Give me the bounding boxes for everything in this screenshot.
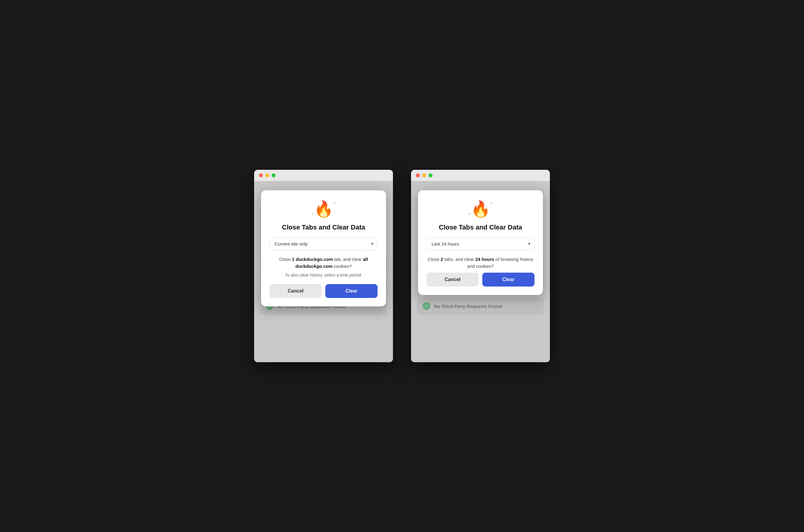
- browser-window-left: We didn't find any companies trying to l…: [254, 170, 393, 362]
- timeframe: 24 hours: [475, 256, 494, 262]
- modal-overlay-right: 🔥 + + Close Tabs and Clear Data Current …: [411, 181, 550, 362]
- clear-button-left[interactable]: Clear: [325, 284, 378, 298]
- modal-buttons-right: Cancel Clear: [426, 273, 534, 286]
- sparkle-icon: +: [469, 211, 471, 216]
- flame-icon: 🔥 + +: [314, 200, 333, 218]
- browser-window-right: We didn't find any companies trying to l…: [411, 170, 550, 362]
- modal-title-right: Close Tabs and Clear Data: [426, 223, 534, 232]
- browser-content-left: We didn't find any companies trying to l…: [254, 181, 393, 362]
- maximize-button-left[interactable]: [272, 173, 276, 177]
- flame-icon: 🔥 + +: [471, 200, 490, 218]
- time-period-select-right[interactable]: Current site only Last hour Last 24 hour…: [426, 238, 534, 250]
- maximize-button-right[interactable]: [428, 173, 433, 177]
- close-button-right[interactable]: [416, 173, 420, 177]
- cancel-button-left[interactable]: Cancel: [270, 284, 322, 298]
- clear-button-right[interactable]: Clear: [482, 273, 534, 286]
- tab-count: 2: [441, 256, 443, 262]
- sparkle-icon: +: [311, 211, 314, 216]
- time-period-select-left[interactable]: Current site only Last hour Last 24 hour…: [270, 238, 378, 250]
- sparkle-icon: +: [333, 201, 335, 205]
- dropdown-wrapper-right[interactable]: Current site only Last hour Last 24 hour…: [426, 238, 534, 250]
- browser-content-right: We didn't find any companies trying to l…: [411, 181, 550, 362]
- sparkle-icon: +: [490, 201, 493, 205]
- close-button-left[interactable]: [259, 173, 263, 177]
- modal-overlay-left: 🔥 + + Close Tabs and Clear Data Current …: [254, 181, 393, 362]
- modal-title-left: Close Tabs and Clear Data: [270, 223, 378, 232]
- cancel-button-right[interactable]: Cancel: [426, 273, 479, 286]
- minimize-button-right[interactable]: [422, 173, 426, 177]
- modal-note-left: To also clear history, select a time per…: [270, 273, 378, 278]
- modal-description-left: Close 1 duckduckgo.com tab, and clear al…: [270, 256, 378, 270]
- title-bar-left: [254, 170, 393, 181]
- modal-description-right: Close 2 tabs, and clear 24 hours of brow…: [426, 256, 534, 270]
- site-name: duckduckgo.com: [296, 256, 333, 262]
- modal-buttons-left: Cancel Clear: [270, 284, 378, 298]
- title-bar-right: [411, 170, 550, 181]
- dropdown-wrapper-left[interactable]: Current site only Last hour Last 24 hour…: [270, 238, 378, 250]
- modal-left: 🔥 + + Close Tabs and Clear Data Current …: [261, 190, 386, 306]
- tab-count: 1: [292, 256, 294, 262]
- minimize-button-left[interactable]: [265, 173, 269, 177]
- modal-right: 🔥 + + Close Tabs and Clear Data Current …: [418, 190, 543, 295]
